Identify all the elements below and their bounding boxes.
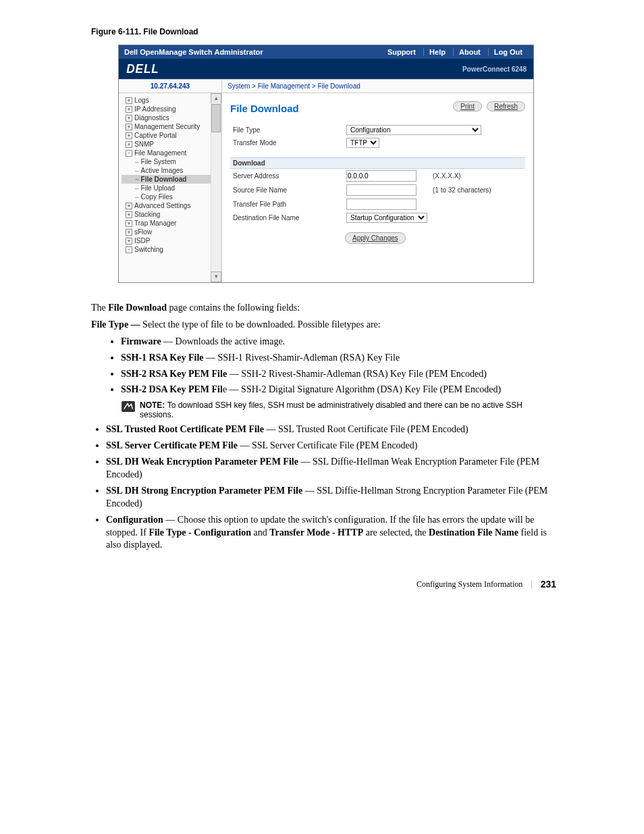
expand-icon[interactable]: +: [126, 141, 132, 148]
file-type-select[interactable]: Configuration: [346, 125, 481, 135]
expand-icon[interactable]: +: [126, 220, 132, 227]
list-item: SSL DH Weak Encryption Parameter PEM Fil…: [106, 456, 556, 481]
expand-icon[interactable]: +: [126, 97, 132, 104]
expand-icon[interactable]: +: [126, 132, 132, 139]
content-area: Print Refresh File Download File Type Co…: [222, 93, 533, 282]
source-file-input[interactable]: [346, 184, 417, 196]
sidebar-item-isdp[interactable]: +ISDP: [122, 236, 221, 245]
sidebar-item-stacking[interactable]: +Stacking: [122, 210, 221, 219]
transfer-mode-select[interactable]: TFTP: [346, 138, 379, 148]
sidebar-item-diagnostics[interactable]: +Diagnostics: [122, 113, 221, 122]
top-nav: Support Help About Log Out: [382, 48, 528, 56]
tree-branch-icon: –: [135, 193, 139, 201]
expand-icon[interactable]: +: [126, 203, 132, 209]
collapse-icon[interactable]: -: [126, 246, 132, 253]
sidebar-item-sflow[interactable]: +sFlow: [122, 228, 221, 236]
intro-paragraph: The File Download page contains the foll…: [91, 302, 556, 315]
list-item: SSH-1 RSA Key File — SSH-1 Rivest-Shamir…: [121, 352, 556, 365]
sidebar-item-label: Logs: [134, 97, 149, 104]
file-type-paragraph: File Type — Select the type of file to b…: [91, 319, 556, 332]
dest-file-select[interactable]: Startup Configuration: [346, 213, 427, 223]
breadcrumb-bar: 10.27.64.243 System > File Management > …: [119, 79, 533, 93]
expand-icon[interactable]: +: [126, 229, 132, 236]
screenshot-container: Dell OpenManage Switch Administrator Sup…: [118, 45, 534, 283]
sidebar-item-file-management[interactable]: -File Management: [122, 149, 221, 157]
page-number: 231: [541, 579, 556, 590]
expand-icon[interactable]: +: [126, 124, 132, 130]
document-body: The File Download page contains the foll…: [91, 302, 556, 552]
footer-section: Configuring System Information: [417, 579, 522, 590]
sidebar-item-file-download[interactable]: –File Download: [122, 175, 221, 184]
list-item: SSL DH Strong Encryption Parameter PEM F…: [106, 485, 556, 511]
expand-icon[interactable]: +: [126, 211, 132, 218]
source-file-hint: (1 to 32 characters): [430, 183, 525, 197]
scroll-thumb[interactable]: [211, 104, 221, 132]
refresh-button[interactable]: Refresh: [487, 101, 525, 111]
sidebar-item-label: File Upload: [141, 184, 176, 192]
device-ip: 10.27.64.243: [119, 80, 222, 93]
top-bar: Dell OpenManage Switch Administrator Sup…: [119, 45, 533, 59]
sidebar-item-label: ISDP: [134, 237, 150, 244]
sidebar-item-label: Copy Files: [141, 193, 173, 201]
sidebar-item-file-system[interactable]: –File System: [122, 157, 221, 166]
sidebar-item-active-images[interactable]: –Active Images: [122, 166, 221, 175]
list-item: SSL Server Certificate PEM File — SSL Se…: [106, 440, 556, 452]
transfer-path-input[interactable]: [346, 199, 417, 210]
server-address-hint: (X.X.X.X): [430, 169, 525, 184]
sidebar-item-snmp[interactable]: +SNMP: [122, 140, 221, 149]
sidebar-item-label: Advanced Settings: [134, 202, 190, 209]
app-title: Dell OpenManage Switch Administrator: [124, 48, 382, 56]
list-item: SSL Trusted Root Certificate PEM File — …: [106, 423, 556, 436]
sidebar-item-label: Active Images: [141, 167, 184, 174]
sidebar-item-trap-manager[interactable]: +Trap Manager: [122, 219, 221, 228]
sidebar-item-label: IP Addressing: [134, 105, 176, 113]
tree-branch-icon: –: [135, 167, 139, 174]
sidebar-item-copy-files[interactable]: –Copy Files: [122, 192, 221, 201]
nav-help[interactable]: Help: [423, 48, 451, 56]
collapse-icon[interactable]: -: [126, 150, 132, 157]
svg-rect-0: [122, 401, 135, 412]
expand-icon[interactable]: +: [126, 115, 132, 122]
source-file-label: Source File Name: [230, 183, 344, 197]
scroll-up-icon[interactable]: ▴: [211, 93, 221, 104]
sidebar-item-logs[interactable]: +Logs: [122, 96, 221, 105]
transfer-path-label: Transfer File Path: [230, 197, 344, 211]
footer-separator: |: [531, 579, 532, 590]
sidebar-item-switching[interactable]: -Switching: [122, 245, 221, 254]
server-address-input[interactable]: [346, 170, 417, 182]
sidebar-item-label: File System: [141, 158, 176, 165]
sidebar-item-label: SNMP: [134, 140, 154, 148]
sidebar-item-label: sFlow: [134, 228, 152, 236]
nav-logout[interactable]: Log Out: [488, 48, 528, 56]
server-address-label: Server Address: [230, 169, 344, 184]
sidebar-item-label: File Management: [134, 149, 186, 157]
tree-branch-icon: –: [135, 176, 139, 183]
expand-icon[interactable]: +: [126, 238, 132, 244]
product-name: PowerConnect 6248: [462, 66, 527, 73]
sidebar-item-captive-portal[interactable]: +Captive Portal: [122, 131, 221, 140]
sidebar-item-file-upload[interactable]: –File Upload: [122, 184, 221, 192]
print-button[interactable]: Print: [453, 101, 482, 111]
figure-caption: Figure 6-111. File Download: [91, 27, 556, 36]
sidebar-item-label: Captive Portal: [134, 132, 177, 139]
sidebar-item-management-security[interactable]: +Management Security: [122, 122, 221, 131]
sidebar-item-label: Switching: [134, 246, 163, 253]
expand-icon[interactable]: +: [126, 106, 132, 113]
list-item: SSH-2 RSA Key PEM File — SSH-2 Rivest-Sh…: [121, 368, 556, 381]
nav-support[interactable]: Support: [382, 48, 421, 56]
nav-about[interactable]: About: [453, 48, 486, 56]
download-section-header: Download: [230, 158, 525, 169]
dest-file-label: Destination File Name: [230, 211, 344, 224]
scroll-down-icon[interactable]: ▾: [211, 271, 221, 282]
transfer-mode-label: Transfer Mode: [230, 136, 344, 149]
breadcrumb: System > File Management > File Download: [222, 80, 366, 93]
file-type-label: File Type: [230, 124, 344, 136]
tree-branch-icon: –: [135, 184, 139, 192]
sidebar: ▴ ▾ +Logs+IP Addressing+Diagnostics+Mana…: [119, 93, 222, 282]
sidebar-item-advanced-settings[interactable]: +Advanced Settings: [122, 201, 221, 210]
page-footer: Configuring System Information | 231: [91, 579, 556, 590]
list-item: Firmware — Downloads the active image.: [121, 336, 556, 348]
apply-changes-button[interactable]: Apply Changes: [345, 232, 406, 244]
sidebar-item-label: File Download: [141, 176, 187, 183]
sidebar-item-ip-addressing[interactable]: +IP Addressing: [122, 105, 221, 113]
